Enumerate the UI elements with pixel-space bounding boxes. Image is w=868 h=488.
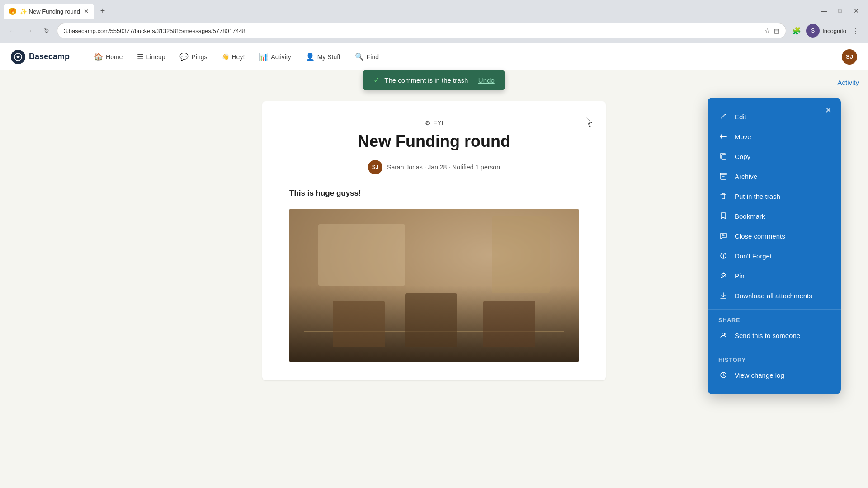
nav-right: SJ [842,49,857,65]
dont-forget-label: Don't Forget [735,252,772,260]
svg-rect-2 [720,173,726,175]
bookmark-star-icon[interactable]: ☆ [764,27,770,34]
bookmark-icon [718,211,728,221]
toast-notification: ✓ The comment is in the trash – Undo [363,70,505,90]
browser-menu-button[interactable]: ⋮ [849,24,863,38]
nav-label-home: Home [106,53,123,61]
post-category: ⚙ FYI [289,119,579,127]
dropdown-item-dont-forget[interactable]: Don't Forget [708,246,841,266]
close-comments-icon [718,231,728,241]
post-date: Jan 28 [428,164,447,171]
dropdown-item-view-change[interactable]: View change log [708,365,841,385]
post-author-name: Sarah Jonas [387,164,423,171]
download-icon [718,291,728,300]
app-nav: Basecamp 🏠 Home ☰ Lineup 💬 Pings 👋 Hey! … [0,43,868,70]
send-label: Send this to someone [735,332,800,339]
bookmark-label: Bookmark [735,212,765,220]
nav-link-hey[interactable]: 👋 Hey! [216,50,251,64]
find-icon: 🔍 [355,52,364,61]
nav-label-find: Find [367,53,379,61]
profile-button[interactable]: S [806,24,820,38]
edit-label: Edit [735,113,746,121]
address-bar[interactable]: 3.basecamp.com/5550377/buckets/31325815/… [57,23,786,38]
maximize-button[interactable]: ⧉ [834,5,846,17]
dropdown-section-history: History [708,353,841,365]
pin-icon [718,271,728,281]
main-area: ⊞ UI Feed Redesign › Message Board ⚙ FYI… [0,70,868,488]
svg-rect-1 [722,155,726,159]
browser-chrome: 🔥 ✨ New Funding round ✕ + — ⧉ ✕ ← → ↻ 3.… [0,0,868,43]
dont-forget-icon [718,251,728,261]
close-window-button[interactable]: ✕ [850,5,863,17]
toast-undo-button[interactable]: Undo [478,76,495,84]
dropdown-item-bookmark[interactable]: Bookmark [708,206,841,226]
pings-icon: 💬 [179,52,189,61]
browser-tab-active[interactable]: 🔥 ✨ New Funding round ✕ [4,4,94,19]
view-change-icon [718,370,728,380]
address-url: 3.basecamp.com/5550377/buckets/31325815/… [64,28,761,34]
new-tab-button[interactable]: + [96,5,109,17]
dropdown-close-button[interactable]: ✕ [822,104,835,117]
tab-close-icon[interactable]: ✕ [84,8,89,15]
dropdown-item-trash[interactable]: Put in the trash [708,186,841,206]
lineup-icon: ☰ [137,52,143,61]
post-title: New Funding round [289,132,579,151]
dropdown-divider-history [708,349,841,349]
dropdown-section-share: Share [708,313,841,325]
tab-title: ✨ New Funding round [20,8,80,15]
dropdown-item-move[interactable]: Move [708,127,841,146]
nav-link-find[interactable]: 🔍 Find [349,49,385,65]
view-change-label: View change log [735,371,784,379]
toast-check-icon: ✓ [373,75,380,85]
nav-label-hey: Hey! [232,53,245,61]
copy-label: Copy [735,153,750,160]
nav-link-lineup[interactable]: ☰ Lineup [131,49,171,65]
dropdown-item-archive[interactable]: Archive [708,166,841,186]
forward-button[interactable]: → [23,24,36,38]
dropdown-item-download[interactable]: Download all attachments [708,286,841,305]
dropdown-item-edit[interactable]: Edit [708,107,841,127]
dropdown-panel: ✕ Edit Move Copy Archive [708,98,841,394]
back-button[interactable]: ← [5,24,19,38]
pin-label: Pin [735,272,745,280]
nav-label-my-stuff: My Stuff [317,53,340,61]
dropdown-item-pin[interactable]: Pin [708,266,841,286]
nav-label-lineup: Lineup [146,53,165,61]
send-icon [718,330,728,340]
post-container: ⚙ FYI New Funding round SJ Sarah Jonas ·… [262,101,606,380]
nav-link-activity[interactable]: 📊 Activity [253,49,297,65]
archive-icon [718,171,728,181]
move-icon [718,131,728,141]
logo-text: Basecamp [29,52,70,61]
dropdown-divider-share [708,309,841,310]
dropdown-item-copy[interactable]: Copy [708,146,841,166]
fyi-icon: ⚙ [425,119,431,127]
activity-tab[interactable]: Activity [828,70,868,94]
nav-link-pings[interactable]: 💬 Pings [173,49,213,65]
nav-link-my-stuff[interactable]: 👤 My Stuff [299,49,347,65]
download-label: Download all attachments [735,292,812,300]
post-meta: SJ Sarah Jonas · Jan 28 · Notified 1 per… [289,160,579,174]
nav-links: 🏠 Home ☰ Lineup 💬 Pings 👋 Hey! 📊 Activit… [88,49,385,65]
svg-point-3 [722,333,725,336]
reload-button[interactable]: ↻ [40,24,53,38]
nav-label-pings: Pings [191,53,207,61]
nav-link-home[interactable]: 🏠 Home [88,49,129,65]
activity-icon: 📊 [259,52,268,61]
minimize-button[interactable]: — [817,5,830,17]
user-avatar[interactable]: SJ [842,49,857,65]
post-notified: Notified 1 person [452,164,500,171]
close-comments-label: Close comments [735,232,785,240]
reader-mode-icon[interactable]: ▤ [774,28,779,34]
trash-label: Put in the trash [735,192,780,200]
logo-area[interactable]: Basecamp [11,50,70,64]
hey-notification-icon: 👋 [222,53,229,60]
nav-label-activity: Activity [271,53,291,61]
archive-label: Archive [735,173,757,180]
my-stuff-icon: 👤 [306,52,315,61]
incognito-label: Incognito [822,28,846,34]
home-icon: 🏠 [94,52,103,61]
dropdown-item-close-comments[interactable]: Close comments [708,226,841,246]
dropdown-item-send[interactable]: Send this to someone [708,325,841,345]
extensions-icon[interactable]: 🧩 [790,24,803,38]
